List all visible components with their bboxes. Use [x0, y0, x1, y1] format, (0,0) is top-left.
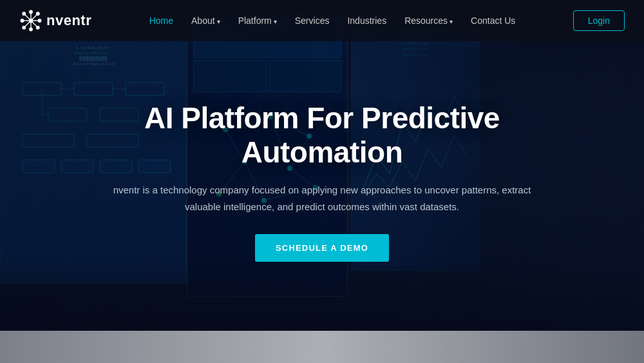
svg-point-7	[38, 19, 41, 23]
svg-point-4	[30, 10, 33, 14]
schedule-demo-button[interactable]: SCHEDULE A DEMO	[255, 234, 389, 262]
nav-link-about[interactable]: About▾	[191, 15, 220, 26]
dropdown-arrow-about: ▾	[217, 18, 220, 25]
hero-content: AI Platform For Predictive Automation nv…	[80, 101, 564, 262]
svg-point-8	[23, 12, 26, 15]
dropdown-arrow-platform: ▾	[274, 18, 277, 25]
nav-item-home[interactable]: Home	[149, 15, 173, 26]
navbar: nventr Home About▾ Platform▾ Services In…	[0, 0, 644, 41]
svg-point-5	[30, 28, 33, 31]
nav-link-home[interactable]: Home	[149, 15, 173, 26]
login-button[interactable]: Login	[573, 10, 625, 31]
brand-name: nventr	[46, 12, 91, 29]
logo-icon	[19, 9, 43, 32]
nav-link-industries[interactable]: Industries	[347, 15, 386, 26]
nav-link-contact[interactable]: Contact Us	[471, 15, 515, 26]
svg-point-9	[37, 26, 40, 30]
nav-link-platform[interactable]: Platform▾	[238, 15, 277, 26]
svg-point-12	[29, 19, 32, 22]
svg-point-6	[21, 19, 24, 23]
dropdown-arrow-resources: ▾	[450, 18, 453, 25]
nav-item-platform[interactable]: Platform▾	[238, 15, 277, 26]
nav-item-resources[interactable]: Resources▾	[404, 15, 453, 26]
hero-section: $ system.init() loading modules... ▊▊▊▊▊…	[0, 0, 644, 363]
nav-item-industries[interactable]: Industries	[347, 15, 386, 26]
logo[interactable]: nventr	[19, 9, 91, 32]
svg-point-11	[23, 26, 26, 30]
nav-item-about[interactable]: About▾	[191, 15, 220, 26]
nav-item-services[interactable]: Services	[295, 15, 330, 26]
svg-point-10	[37, 12, 40, 15]
nav-link-services[interactable]: Services	[295, 15, 330, 26]
nav-item-contact[interactable]: Contact Us	[471, 15, 515, 26]
hero-subtitle: nventr is a technology company focused o…	[103, 182, 541, 215]
nav-link-resources[interactable]: Resources▾	[404, 15, 453, 26]
hero-title: AI Platform For Predictive Automation	[93, 101, 551, 170]
nav-menu: Home About▾ Platform▾ Services Industrie…	[149, 15, 516, 26]
